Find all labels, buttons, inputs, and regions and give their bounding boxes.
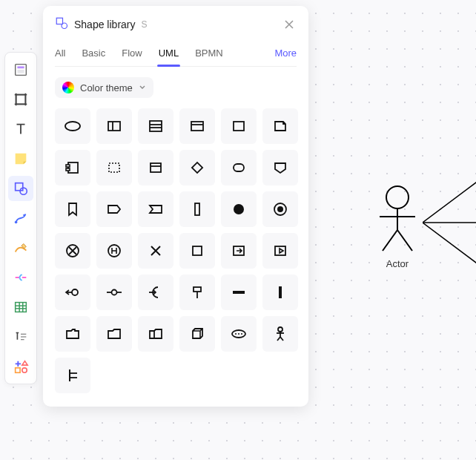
- svg-point-0: [386, 186, 409, 208]
- tool-template[interactable]: [8, 57, 33, 82]
- tab-uml[interactable]: UML: [159, 43, 179, 66]
- shape-exit[interactable]: [221, 233, 257, 269]
- shape-arrow-box[interactable]: [262, 233, 298, 269]
- svg-rect-36: [150, 121, 162, 131]
- close-button[interactable]: [282, 17, 297, 32]
- svg-rect-48: [192, 162, 202, 173]
- svg-rect-11: [16, 95, 26, 105]
- tool-more-shapes[interactable]: [8, 354, 33, 379]
- panel-shortcut: S: [142, 19, 148, 30]
- shape-component[interactable]: [55, 150, 90, 185]
- svg-rect-65: [194, 287, 201, 292]
- color-theme-label: Color theme: [80, 82, 133, 93]
- shape-send-signal[interactable]: [96, 191, 132, 227]
- shape-state[interactable]: [221, 150, 257, 185]
- shape-cube[interactable]: [179, 316, 215, 352]
- tool-text[interactable]: [8, 116, 33, 142]
- shape-h-circle[interactable]: [96, 233, 132, 269]
- svg-rect-9: [17, 66, 24, 68]
- shape-ellipsis[interactable]: [221, 316, 257, 352]
- svg-rect-50: [195, 203, 199, 215]
- shape-ellipse[interactable]: [55, 108, 90, 144]
- shape-interface[interactable]: [138, 150, 173, 185]
- svg-line-78: [280, 337, 283, 341]
- shape-square[interactable]: [179, 233, 215, 269]
- tab-all[interactable]: All: [55, 43, 65, 66]
- svg-rect-16: [16, 183, 23, 191]
- shape-filled-circle[interactable]: [221, 191, 257, 227]
- svg-rect-43: [66, 165, 70, 167]
- tool-pen[interactable]: [8, 235, 33, 260]
- shape-x-mark[interactable]: [138, 233, 173, 269]
- shape-package[interactable]: [179, 108, 215, 144]
- shape-bar-horiz[interactable]: [221, 275, 257, 310]
- shape-note[interactable]: [262, 108, 298, 144]
- tool-table[interactable]: [8, 295, 33, 320]
- tab-flow[interactable]: Flow: [122, 43, 142, 66]
- svg-rect-34: [108, 122, 120, 131]
- shape-shield[interactable]: [262, 150, 298, 185]
- shape-bookmark[interactable]: [55, 191, 90, 227]
- shape-merge[interactable]: [138, 275, 173, 310]
- tool-frame[interactable]: [8, 87, 33, 112]
- tool-text-block[interactable]: [8, 324, 33, 349]
- svg-rect-46: [151, 163, 161, 172]
- shape-bar-thin-vert[interactable]: [262, 275, 298, 310]
- shape-assoc[interactable]: [55, 358, 90, 393]
- svg-point-32: [62, 23, 67, 29]
- shape-dotted-rect[interactable]: [96, 150, 132, 185]
- shape-class[interactable]: [96, 108, 132, 144]
- canvas-actor[interactable]: Actor: [375, 185, 420, 269]
- color-theme-button[interactable]: Color theme: [55, 77, 153, 98]
- left-toolbar: [4, 52, 37, 384]
- tabs-more[interactable]: More: [274, 43, 297, 66]
- tab-basic[interactable]: Basic: [82, 43, 105, 66]
- shape-ring-circle[interactable]: [262, 191, 298, 227]
- tool-mindmap[interactable]: [8, 265, 33, 290]
- shape-rect[interactable]: [221, 108, 257, 144]
- svg-point-59: [72, 289, 78, 295]
- shape-folder[interactable]: [55, 316, 90, 352]
- svg-line-7: [423, 223, 476, 267]
- svg-rect-29: [16, 368, 20, 372]
- svg-point-53: [277, 206, 283, 212]
- shape-grid: [55, 108, 297, 393]
- shape-fork-node[interactable]: [96, 275, 132, 310]
- svg-line-4: [397, 230, 412, 251]
- shape-folder2[interactable]: [96, 316, 132, 352]
- shape-bar-vert[interactable]: [179, 191, 215, 227]
- svg-point-30: [22, 368, 27, 372]
- svg-line-77: [277, 337, 280, 341]
- shape-pin[interactable]: [179, 275, 215, 310]
- svg-point-71: [235, 333, 237, 335]
- tool-sticky-note[interactable]: [8, 146, 33, 171]
- shape-x-circle[interactable]: [55, 233, 90, 269]
- color-wheel-icon: [62, 82, 74, 93]
- svg-rect-49: [234, 164, 244, 171]
- shape-actor[interactable]: [262, 316, 298, 352]
- svg-point-33: [65, 122, 80, 131]
- shape-table[interactable]: [138, 108, 173, 144]
- shape-decision[interactable]: [179, 150, 215, 185]
- chevron-down-icon: [139, 84, 146, 91]
- tool-shape[interactable]: [8, 176, 33, 201]
- shape-fork-left[interactable]: [55, 275, 90, 310]
- svg-point-18: [15, 221, 18, 224]
- svg-point-61: [112, 290, 117, 295]
- svg-point-51: [234, 204, 244, 214]
- svg-rect-41: [234, 122, 244, 131]
- shape-receive-signal[interactable]: [138, 191, 173, 227]
- svg-marker-28: [22, 361, 27, 366]
- tab-bpmn[interactable]: BPMN: [195, 43, 223, 66]
- svg-rect-68: [279, 286, 282, 298]
- shape-folder-panel[interactable]: [138, 316, 173, 352]
- shape-library-icon: [55, 16, 68, 33]
- svg-rect-10: [17, 70, 24, 73]
- svg-rect-31: [56, 18, 62, 24]
- svg-rect-20: [16, 303, 27, 312]
- svg-line-3: [383, 230, 397, 251]
- tabs: All Basic Flow UML BPMN More: [55, 43, 297, 67]
- canvas-connector[interactable]: [423, 178, 476, 270]
- svg-point-73: [241, 333, 242, 335]
- tool-connector[interactable]: [8, 206, 33, 231]
